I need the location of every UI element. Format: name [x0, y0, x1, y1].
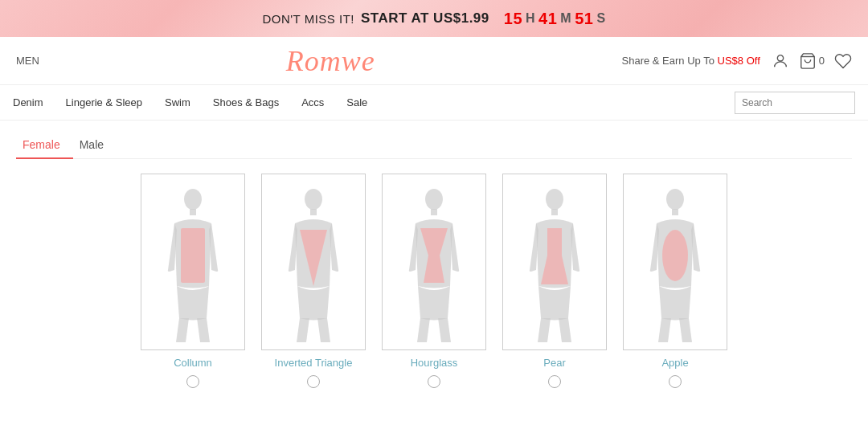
- site-logo[interactable]: Romwe: [286, 44, 375, 78]
- tab-male[interactable]: Male: [73, 133, 117, 158]
- promo-banner: DON'T MISS IT! START AT US$1.99 15 H 41 …: [0, 0, 868, 37]
- svg-point-8: [425, 189, 443, 210]
- shape-label-hourglass[interactable]: Hourglass: [411, 357, 458, 369]
- shape-box-inverted-triangle[interactable]: [261, 174, 366, 350]
- banner-main: START AT US$1.99: [361, 10, 489, 27]
- tab-female[interactable]: Female: [16, 133, 73, 159]
- wishlist-icon[interactable]: [834, 52, 852, 70]
- figure-pear: [518, 182, 591, 342]
- shape-label-pear[interactable]: Pear: [543, 357, 565, 369]
- radio-pear-input[interactable]: [548, 375, 561, 388]
- shape-box-hourglass[interactable]: [382, 174, 486, 350]
- shape-card-apple: Apple: [623, 174, 727, 369]
- cart-count: 0: [819, 55, 825, 67]
- svg-point-0: [777, 55, 783, 60]
- shape-box-collumn[interactable]: [141, 174, 245, 350]
- svg-rect-3: [190, 209, 196, 215]
- nav-swim[interactable]: Swim: [165, 96, 190, 108]
- nav-sale[interactable]: Sale: [346, 96, 367, 108]
- timer-seconds-label: S: [596, 11, 605, 26]
- radio-apple-input[interactable]: [669, 375, 682, 388]
- figure-inverted-triangle: [277, 182, 350, 342]
- radio-hourglass: [382, 375, 486, 388]
- radio-apple: [623, 375, 727, 388]
- svg-point-2: [184, 189, 202, 210]
- svg-rect-13: [672, 209, 678, 215]
- nav-denim[interactable]: Denim: [13, 96, 43, 108]
- nav-shoes[interactable]: Shoes & Bags: [213, 96, 279, 108]
- gender-tabs: Female Male: [16, 133, 852, 159]
- svg-point-14: [662, 230, 688, 281]
- shape-card-inverted-triangle: Inverted Triangle: [261, 174, 366, 369]
- shape-label-inverted-triangle[interactable]: Inverted Triangle: [275, 357, 353, 369]
- timer-minutes: 41: [538, 10, 557, 28]
- radio-inverted-triangle-input[interactable]: [307, 375, 320, 388]
- radio-collumn-input[interactable]: [186, 375, 199, 388]
- shape-card-pear: Pear: [502, 174, 607, 369]
- svg-rect-4: [181, 228, 205, 283]
- shape-label-apple[interactable]: Apple: [661, 357, 688, 369]
- site-header: MEN Romwe Share & Earn Up To US$8 Off 0: [0, 37, 868, 85]
- shape-box-pear[interactable]: [502, 174, 607, 350]
- svg-rect-9: [431, 209, 437, 215]
- timer-seconds: 51: [575, 10, 593, 28]
- svg-point-12: [666, 189, 684, 210]
- cart-button[interactable]: 0: [799, 52, 825, 70]
- earn-link[interactable]: US$8 Off: [718, 55, 760, 67]
- timer-hours-label: H: [526, 11, 535, 26]
- timer-minutes-label: M: [560, 11, 571, 26]
- radio-row: [16, 375, 852, 388]
- figure-apple: [639, 182, 711, 342]
- svg-point-5: [305, 189, 322, 210]
- shape-card-hourglass: Hourglass: [382, 174, 486, 369]
- shape-box-apple[interactable]: [623, 174, 727, 350]
- nav-accs[interactable]: Accs: [301, 96, 324, 108]
- svg-point-10: [546, 189, 563, 210]
- radio-collumn: [141, 375, 245, 388]
- radio-pear: [502, 375, 607, 388]
- cart-icon: [799, 52, 817, 70]
- user-icon[interactable]: [772, 52, 789, 70]
- timer-hours: 15: [504, 10, 522, 28]
- shape-label-collumn[interactable]: Collumn: [174, 357, 212, 369]
- countdown-timer: 15 H 41 M 51 S: [504, 10, 606, 28]
- search-input[interactable]: [735, 92, 855, 114]
- header-right: Share & Earn Up To US$8 Off 0: [622, 52, 852, 70]
- svg-rect-11: [551, 209, 558, 215]
- shape-card-collumn: Collumn: [141, 174, 245, 369]
- banner-prefix: DON'T MISS IT!: [262, 12, 354, 26]
- men-link[interactable]: MEN: [16, 55, 39, 67]
- radio-inverted-triangle: [261, 375, 366, 388]
- main-nav: Denim Lingerie & Sleep Swim Shoes & Bags…: [0, 85, 868, 121]
- body-shape-section: Female Male: [0, 121, 868, 396]
- svg-rect-6: [310, 209, 317, 215]
- header-icons: 0: [772, 52, 852, 70]
- figure-hourglass: [398, 182, 470, 342]
- radio-hourglass-input[interactable]: [428, 375, 440, 388]
- figure-collumn: [157, 182, 229, 342]
- shapes-row: Collumn Inverted Triangle: [16, 174, 852, 369]
- earn-text: Share & Earn Up To US$8 Off: [622, 55, 760, 67]
- nav-lingerie[interactable]: Lingerie & Sleep: [66, 96, 142, 108]
